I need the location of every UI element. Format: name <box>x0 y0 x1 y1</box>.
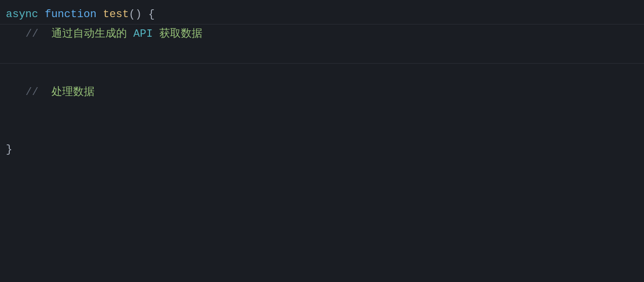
token-async: async <box>6 6 38 23</box>
token-open-brace: { <box>148 6 154 23</box>
empty-line-7 <box>6 122 12 139</box>
empty-line-6 <box>6 103 12 120</box>
token-space-5 <box>127 25 133 43</box>
code-line-4 <box>0 64 644 83</box>
token-space-4 <box>38 25 51 43</box>
code-line-6 <box>0 102 644 121</box>
code-editor: async function test () { // 通过自动生成的 API … <box>0 0 644 282</box>
token-space-2 <box>97 6 103 23</box>
empty-line-3 <box>6 45 12 62</box>
code-line-8: } <box>0 140 644 159</box>
code-line-7 <box>0 121 644 140</box>
code-line-3 <box>0 44 644 63</box>
token-comment-slash-2: // <box>25 84 38 101</box>
code-line-2: // 通过自动生成的 API 获取数据 <box>0 24 644 44</box>
token-close-brace: } <box>6 141 12 158</box>
token-comment-chinese-1: 通过自动生成的 <box>51 25 127 43</box>
empty-line-4 <box>6 65 12 82</box>
token-api: API <box>133 25 153 43</box>
token-comment-chinese-2: 获取数据 <box>159 25 202 43</box>
token-space-7 <box>38 84 51 101</box>
token-comment-chinese-3: 处理数据 <box>51 84 95 101</box>
token-space-3 <box>142 6 148 23</box>
token-funcname: test <box>103 6 129 23</box>
code-line-1: async function test () { <box>0 5 644 24</box>
token-paren: () <box>129 6 142 23</box>
code-line-5: // 处理数据 <box>0 83 644 102</box>
token-space-6 <box>153 25 159 43</box>
token-comment-slash-1: // <box>25 25 38 43</box>
token-function: function <box>45 6 97 23</box>
token-space-1 <box>38 6 45 23</box>
